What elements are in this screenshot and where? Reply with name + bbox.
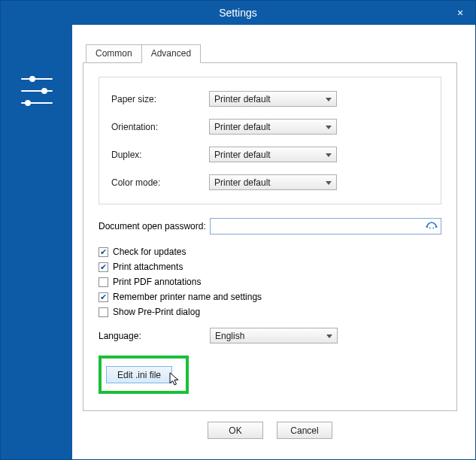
dialog-body: Common Advanced Paper size: Printer defa… <box>1 25 475 459</box>
duplex-dropdown[interactable]: Printer default <box>209 147 337 162</box>
language-value: English <box>215 331 244 341</box>
cancel-button[interactable]: Cancel <box>277 422 332 439</box>
show-preprint-checkbox[interactable] <box>99 307 108 317</box>
orientation-dropdown[interactable]: Printer default <box>209 119 337 135</box>
duplex-row: Duplex: Printer default <box>111 147 429 162</box>
color-mode-dropdown[interactable]: Printer default <box>209 174 337 190</box>
edit-ini-label: Edit .ini file <box>117 370 161 380</box>
print-attachments-row[interactable]: Print attachments <box>99 262 441 272</box>
remember-printer-label: Remember printer name and settings <box>113 292 262 302</box>
tab-common-label: Common <box>96 48 132 59</box>
print-annotations-row[interactable]: Print PDF annotations <box>99 277 441 287</box>
sliders-icon <box>17 71 56 110</box>
orientation-label: Orientation: <box>111 122 209 132</box>
edit-ini-button[interactable]: Edit .ini file <box>106 366 172 383</box>
print-attachments-checkbox[interactable] <box>99 262 108 272</box>
password-input[interactable] <box>210 218 441 235</box>
print-annotations-label: Print PDF annotations <box>113 277 201 287</box>
tab-strip: Common Advanced <box>86 44 457 62</box>
reveal-password-icon[interactable] <box>426 220 438 231</box>
tab-advanced-label: Advanced <box>151 48 191 59</box>
svg-point-5 <box>25 100 31 106</box>
duplex-label: Duplex: <box>111 150 209 160</box>
check-updates-checkbox[interactable] <box>99 247 108 257</box>
language-row: Language: English <box>99 328 441 343</box>
cancel-label: Cancel <box>290 425 318 436</box>
show-preprint-row[interactable]: Show Pre-Print dialog <box>99 307 441 317</box>
color-mode-label: Color mode: <box>111 177 209 188</box>
remember-printer-checkbox[interactable] <box>99 292 108 302</box>
language-label: Language: <box>99 331 210 341</box>
paper-size-value: Printer default <box>214 94 271 104</box>
close-icon: × <box>457 7 463 19</box>
ok-label: OK <box>229 425 241 436</box>
orientation-row: Orientation: Printer default <box>111 119 429 135</box>
sidebar <box>1 25 72 459</box>
paper-size-row: Paper size: Printer default <box>111 91 429 107</box>
duplex-value: Printer default <box>214 150 271 160</box>
print-annotations-checkbox[interactable] <box>99 277 108 287</box>
window-title: Settings <box>219 7 257 19</box>
print-defaults-group: Paper size: Printer default Orientation:… <box>99 77 441 204</box>
tab-common[interactable]: Common <box>86 44 142 62</box>
svg-line-8 <box>433 228 434 229</box>
edit-ini-highlight: Edit .ini file <box>99 356 189 394</box>
close-button[interactable]: × <box>445 1 475 25</box>
check-updates-row[interactable]: Check for updates <box>99 247 441 257</box>
orientation-value: Printer default <box>214 122 271 132</box>
settings-dialog: Settings × <box>0 0 476 460</box>
show-preprint-label: Show Pre-Print dialog <box>113 307 200 317</box>
password-row: Document open password: <box>99 218 441 235</box>
paper-size-dropdown[interactable]: Printer default <box>209 91 337 107</box>
dialog-buttons: OK Cancel <box>83 422 457 439</box>
svg-point-3 <box>29 76 35 82</box>
password-label: Document open password: <box>99 221 210 232</box>
color-mode-row: Color mode: Printer default <box>111 174 429 190</box>
titlebar: Settings × <box>1 1 475 25</box>
color-mode-value: Printer default <box>214 177 271 188</box>
language-dropdown[interactable]: English <box>210 328 338 343</box>
ok-button[interactable]: OK <box>208 422 263 439</box>
svg-line-7 <box>430 228 431 229</box>
svg-point-4 <box>41 88 47 94</box>
remember-printer-row[interactable]: Remember printer name and settings <box>99 292 441 302</box>
tab-advanced[interactable]: Advanced <box>141 44 201 63</box>
print-attachments-label: Print attachments <box>113 262 183 272</box>
check-updates-label: Check for updates <box>113 247 186 257</box>
main-panel: Common Advanced Paper size: Printer defa… <box>72 25 475 459</box>
paper-size-label: Paper size: <box>111 94 209 104</box>
tab-panel-advanced: Paper size: Printer default Orientation:… <box>83 62 457 411</box>
